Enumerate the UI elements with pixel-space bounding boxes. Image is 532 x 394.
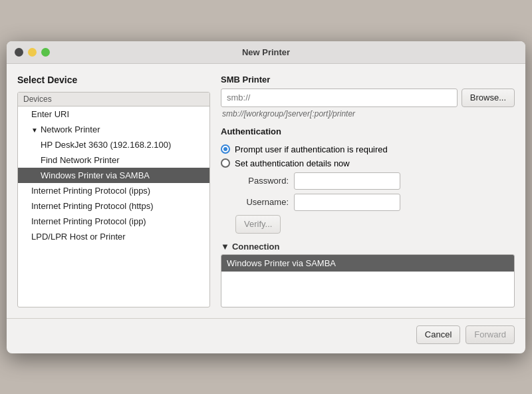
radio-prompt-circle[interactable] bbox=[221, 144, 230, 154]
forward-button[interactable]: Forward bbox=[466, 325, 515, 344]
device-item-ipp-https[interactable]: Internet Printing Protocol (https) bbox=[18, 198, 209, 214]
device-list-header: Devices bbox=[18, 93, 209, 106]
device-item-network-printer[interactable]: ▼Network Printer bbox=[18, 122, 209, 137]
device-item-ipp-ipps[interactable]: Internet Printing Protocol (ipps) bbox=[18, 183, 209, 198]
connection-section-title: Connection bbox=[232, 242, 280, 252]
username-input[interactable] bbox=[294, 194, 400, 211]
window-controls bbox=[15, 48, 50, 57]
verify-row: Verify... bbox=[235, 215, 515, 234]
password-input[interactable] bbox=[294, 172, 400, 190]
smb-input[interactable] bbox=[221, 89, 458, 107]
expand-arrow: ▼ bbox=[31, 126, 38, 134]
radio-prompt-label: Prompt user if authentication is require… bbox=[235, 144, 388, 154]
left-panel: Select Device Devices Enter URI ▼Network… bbox=[17, 75, 210, 307]
device-item-lpd-lpr[interactable]: LPD/LPR Host or Printer bbox=[18, 229, 209, 244]
password-row: Password: bbox=[235, 172, 515, 190]
device-item-ipp[interactable]: Internet Printing Protocol (ipp) bbox=[18, 214, 209, 229]
verify-button[interactable]: Verify... bbox=[235, 215, 281, 234]
right-panel: SMB Printer Browse... smb://[workgroup/]… bbox=[221, 75, 515, 307]
smb-hint: smb://[workgroup/]server[:port]/printer bbox=[221, 109, 515, 118]
smb-section: SMB Printer Browse... smb://[workgroup/]… bbox=[221, 75, 515, 118]
radio-set-circle[interactable] bbox=[221, 158, 230, 168]
window-title: New Printer bbox=[242, 47, 290, 57]
device-list-box: Devices Enter URI ▼Network Printer HP De… bbox=[17, 92, 210, 307]
connection-header: ▼ Connection bbox=[221, 242, 515, 252]
username-label: Username: bbox=[235, 197, 289, 207]
smb-section-title: SMB Printer bbox=[221, 75, 515, 85]
connection-arrow-icon: ▼ bbox=[221, 242, 229, 252]
bottom-bar: Cancel Forward bbox=[7, 318, 525, 353]
main-content: Select Device Devices Enter URI ▼Network… bbox=[7, 64, 525, 318]
radio-prompt-row[interactable]: Prompt user if authentication is require… bbox=[221, 144, 515, 154]
password-label: Password: bbox=[235, 176, 289, 186]
minimize-button[interactable] bbox=[28, 48, 37, 57]
close-button[interactable] bbox=[15, 48, 23, 57]
device-item-windows-samba[interactable]: Windows Printer via SAMBA bbox=[18, 168, 209, 183]
select-device-heading: Select Device bbox=[17, 75, 210, 85]
browse-button[interactable]: Browse... bbox=[462, 89, 515, 107]
device-item-hp-deskjet[interactable]: HP DeskJet 3630 (192.168.2.100) bbox=[18, 137, 209, 152]
radio-set-row[interactable]: Set authentication details now bbox=[221, 158, 515, 168]
connection-section: ▼ Connection Windows Printer via SAMBA bbox=[221, 242, 515, 307]
username-row: Username: bbox=[235, 194, 515, 211]
radio-set-label: Set authentication details now bbox=[235, 158, 350, 168]
auth-section-title: Authentication bbox=[221, 126, 515, 136]
device-item-enter-uri[interactable]: Enter URI bbox=[18, 106, 209, 122]
device-item-find-network[interactable]: Find Network Printer bbox=[18, 152, 209, 168]
titlebar: New Printer bbox=[7, 41, 525, 64]
connection-list: Windows Printer via SAMBA bbox=[221, 254, 515, 307]
cancel-button[interactable]: Cancel bbox=[416, 325, 460, 344]
connection-item-samba[interactable]: Windows Printer via SAMBA bbox=[221, 255, 514, 272]
maximize-button[interactable] bbox=[41, 48, 50, 57]
auth-section: Authentication Prompt user if authentica… bbox=[221, 126, 515, 234]
new-printer-window: New Printer Select Device Devices Enter … bbox=[7, 41, 525, 353]
smb-row: Browse... bbox=[221, 89, 515, 107]
